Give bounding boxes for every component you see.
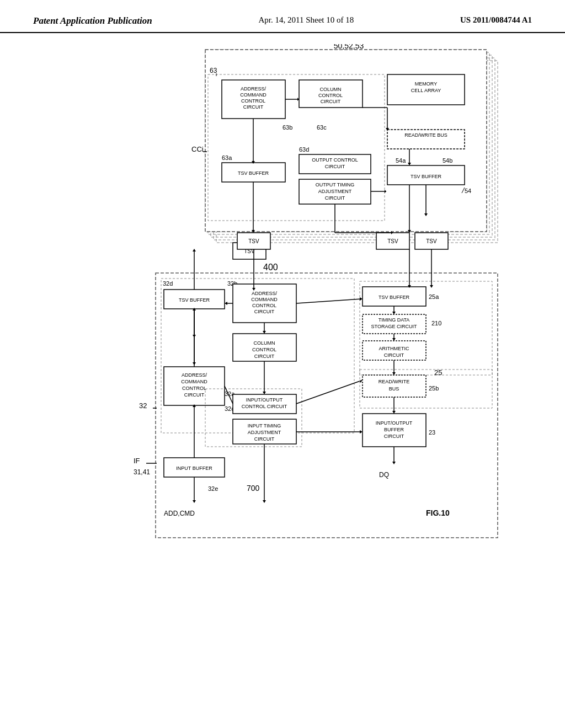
svg-text:CIRCUIT: CIRCUIT	[384, 433, 404, 439]
label-63d: 63d	[299, 146, 309, 153]
label-63c: 63c	[317, 124, 327, 131]
label-32: 32	[139, 402, 147, 410]
box-accc-if: ADDRESS/	[182, 372, 207, 378]
svg-text:CONTROL: CONTROL	[182, 386, 206, 391]
box-input-buffer: INPUT BUFFER	[176, 465, 212, 471]
svg-text:CONTROL: CONTROL	[318, 93, 343, 98]
svg-text:CONTROL: CONTROL	[252, 347, 276, 352]
label-54: 54	[465, 188, 471, 194]
svg-text:COMMAND: COMMAND	[240, 92, 266, 98]
sheet-info: Apr. 14, 2011 Sheet 10 of 18	[258, 15, 354, 25]
label-400: 400	[263, 263, 278, 272]
svg-text:BUFFER: BUFFER	[384, 427, 404, 432]
label-CCi: CCi	[191, 145, 204, 153]
box-tsv-buffer-32d: TSV BUFFER	[179, 297, 210, 303]
svg-text:CIRCUIT: CIRCUIT	[384, 352, 404, 358]
svg-text:ADJUSTMENT: ADJUSTMENT	[318, 189, 352, 194]
figure-label: FIG.10	[426, 508, 450, 517]
patent-number: US 2011/0084744 A1	[460, 15, 532, 25]
label-IF: IF	[134, 457, 140, 465]
box-tsv-buffer-63a: TSV BUFFER	[238, 170, 269, 176]
svg-text:CIRCUIT: CIRCUIT	[254, 354, 275, 359]
circuit-diagram: 50,52,53 63 ADDRESS/ COMMAND CONTROL CIR…	[45, 44, 520, 684]
svg-text:CONTROL: CONTROL	[252, 303, 276, 308]
svg-text:CIRCUIT: CIRCUIT	[321, 99, 341, 104]
box-iobc: INPUT/OUTPUT	[376, 420, 413, 426]
publication-label: Patent Application Publication	[33, 15, 152, 26]
box-mca: MEMORY	[415, 81, 437, 87]
svg-text:CIRCUIT: CIRCUIT	[184, 392, 205, 398]
label-54a: 54a	[396, 157, 406, 164]
svg-text:BUS: BUS	[389, 386, 399, 392]
label-31-41: 31,41	[134, 468, 150, 476]
box-iocc: INPUT/OUTPUT	[246, 397, 283, 403]
box-otac: OUTPUT TIMING	[316, 182, 355, 188]
diagram-area: 50,52,53 63 ADDRESS/ COMMAND CONTROL CIR…	[0, 44, 565, 684]
svg-text:CIRCUIT: CIRCUIT	[243, 104, 264, 110]
label-add-cmd: ADD,CMD	[164, 510, 195, 517]
box-ccc-bottom: COLUMN	[253, 340, 275, 346]
label-23: 23	[429, 429, 435, 436]
box-tdsc: TIMING DATA	[379, 317, 410, 323]
svg-text:CIRCUIT: CIRCUIT	[254, 436, 275, 442]
box-tsv-buffer-54a: TSV BUFFER	[411, 174, 442, 179]
svg-text:CIRCUIT: CIRCUIT	[325, 195, 345, 201]
box-tsv-main-left: TSV	[248, 238, 259, 244]
box-rwbus-25b: READ/WRITE	[379, 379, 410, 384]
box-itac: INPUT TIMING	[248, 423, 281, 429]
box-occ: OUTPUT CONTROL	[312, 157, 358, 163]
svg-text:CELL ARRAY: CELL ARRAY	[411, 88, 441, 93]
label-25b: 25b	[429, 385, 439, 392]
box-rwbus-top: READ/WRITE BUS	[404, 132, 447, 138]
page: Patent Application Publication Apr. 14, …	[0, 0, 565, 728]
svg-text:CONTROL: CONTROL	[241, 98, 265, 104]
box-accc-top: ADDRESS/	[241, 86, 266, 92]
box-ccc-top: COLUMN	[319, 87, 341, 92]
label-210: 210	[431, 320, 441, 326]
box-tsv-buffer-25a: TSV BUFFER	[379, 295, 410, 300]
svg-text:COMMAND: COMMAND	[251, 297, 278, 302]
label-63b: 63b	[282, 124, 292, 131]
label-25a: 25a	[429, 293, 439, 300]
label-32e: 32e	[208, 485, 218, 492]
svg-text:ADJUSTMENT: ADJUSTMENT	[248, 430, 281, 435]
label-dq: DQ	[379, 471, 389, 479]
svg-text:CIRCUIT: CIRCUIT	[325, 164, 345, 169]
label-63a: 63a	[222, 154, 232, 161]
box-accc-32b: ADDRESS/	[252, 291, 278, 296]
box-ac: ARITHMETIC	[379, 346, 409, 351]
box-tsv-right: TSV	[426, 238, 437, 244]
svg-text:CONTROL CIRCUIT: CONTROL CIRCUIT	[242, 404, 287, 409]
svg-marker-67	[193, 249, 196, 251]
label-32d: 32d	[163, 280, 173, 287]
svg-text:STORAGE CIRCUIT: STORAGE CIRCUIT	[371, 324, 417, 329]
label-63: 63	[210, 67, 217, 74]
svg-text:CIRCUIT: CIRCUIT	[254, 309, 275, 314]
box-tsv-center: TSV	[387, 238, 398, 244]
page-header: Patent Application Publication Apr. 14, …	[0, 0, 565, 33]
label-54b: 54b	[443, 157, 452, 164]
label-700: 700	[247, 484, 260, 493]
svg-text:COMMAND: COMMAND	[181, 379, 207, 384]
